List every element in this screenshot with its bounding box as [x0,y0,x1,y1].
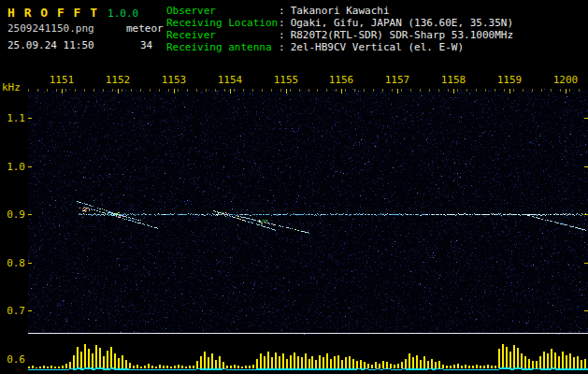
info-value: Ogaki, Gifu, JAPAN (136.60E, 35.35N) [291,17,513,29]
echo-count: 34 [140,39,152,51]
x-tick-label: 1151 [50,74,75,86]
x-tick-label: 1153 [162,74,187,86]
x-tick-label: 1154 [218,74,243,86]
y-tick-label: 1.1 [0,112,25,124]
x-tick-label: 1200 [553,74,579,86]
y-tick-label: 1.0 [0,161,25,173]
info-row-antenna: Receiving antenna:2el-HB9CV Vertical (el… [166,41,513,53]
info-separator: : [279,41,285,53]
info-label: Receiver [166,29,279,41]
info-value: 2el-HB9CV Vertical (el. E-W) [291,41,464,53]
x-tick-label: 1157 [385,74,410,86]
x-axis: 1151115211531154115511561157115811591200 [28,74,588,86]
y-tick-label: 0.8 [0,257,25,269]
x-tick-label: 1155 [274,74,299,86]
info-value: R820T2(RTL-SDR) SDR-Sharp 53.1000MHz [291,29,513,41]
x-tick-label: 1152 [106,74,131,86]
info-separator: : [279,29,285,41]
info-separator: : [279,17,285,29]
x-tick-label: 1156 [329,74,354,86]
info-value: Takanori Kawachi [291,5,390,17]
station-info: Observer:Takanori Kawachi Receiving Loca… [166,5,513,53]
hrofft-screen: H R O F F T1.0.0 2509241150.png meteor 2… [0,0,588,374]
x-tick-label: 1159 [497,74,523,86]
info-row-observer: Observer:Takanori Kawachi [166,5,513,17]
x-tick-label: 1158 [441,74,466,86]
spectrogram-canvas [28,89,588,335]
app-version: 1.0.0 [108,7,138,20]
info-separator: : [279,5,285,17]
title-row: H R O F F T1.0.0 [7,3,138,21]
y-tick-label: 0.6 [0,353,25,366]
info-row-location: Receiving Location:Ogaki, Gifu, JAPAN (1… [166,17,513,29]
info-label: Observer [166,5,279,17]
observation-mode: meteor [126,22,164,35]
y-axis: 1.11.00.90.80.70.6 [0,0,25,374]
info-label: Receiving Location [166,17,279,29]
y-tick-label: 0.7 [0,305,25,317]
info-label: Receiving antenna [166,41,279,53]
info-row-receiver: Receiver:R820T2(RTL-SDR) SDR-Sharp 53.10… [166,29,513,41]
y-tick-label: 0.9 [0,209,25,221]
activity-histogram-canvas [28,340,588,372]
